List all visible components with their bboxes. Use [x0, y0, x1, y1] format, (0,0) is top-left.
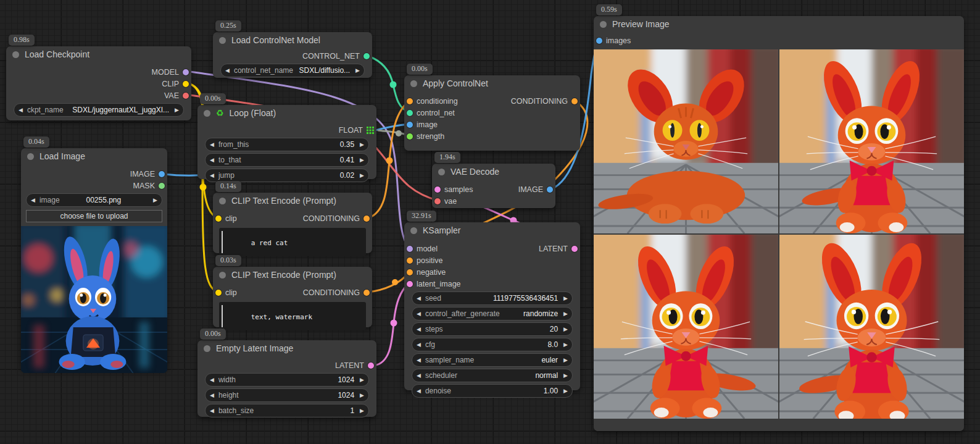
node-title-bar[interactable]: CLIP Text Encode (Prompt) [213, 193, 372, 209]
choose-file-button[interactable]: choose file to upload [26, 210, 162, 222]
right-arrow-icon[interactable]: ▶ [559, 357, 572, 363]
collapse-dot-icon[interactable] [12, 51, 19, 58]
right-arrow-icon[interactable]: ▶ [355, 392, 368, 398]
widget-image[interactable]: ◀ image 00255.png ▶ [26, 193, 162, 207]
widget-jump[interactable]: ◀ jump 0.02 ▶ [205, 169, 369, 182]
widget-ckpt-name[interactable]: ◀ ckpt_name SDXL/juggernautXL_juggXI... … [14, 103, 184, 117]
widget-steps[interactable]: ◀ steps 20 ▶ [412, 322, 573, 336]
node-title-bar[interactable]: Load Image [21, 148, 167, 164]
left-arrow-icon[interactable]: ◀ [206, 392, 218, 398]
widget-width[interactable]: ◀ width 1024 ▶ [205, 373, 369, 387]
output-slot-latent[interactable] [571, 246, 578, 252]
right-arrow-icon[interactable]: ▶ [559, 372, 572, 379]
input-slot-positive[interactable] [407, 258, 413, 264]
prompt-textarea[interactable]: a red cat [219, 228, 366, 256]
input-slot-strength[interactable] [407, 133, 413, 140]
left-arrow-icon[interactable]: ◀ [412, 357, 425, 363]
right-arrow-icon[interactable]: ▶ [559, 326, 572, 332]
output-slot-image[interactable] [547, 186, 553, 193]
reroute-dot-conditioning-neg[interactable] [392, 279, 398, 285]
widget-seed[interactable]: ◀ seed 1119775536436451 ▶ [412, 291, 573, 305]
right-arrow-icon[interactable]: ▶ [351, 67, 364, 73]
output-slot-clip[interactable] [183, 81, 189, 87]
widget-batch-size[interactable]: ◀ batch_size 1 ▶ [205, 404, 369, 417]
widget-from-this[interactable]: ◀ from_this 0.35 ▶ [205, 138, 369, 151]
prompt-textarea[interactable]: text, watermark [219, 302, 366, 330]
output-slot-conditioning[interactable] [363, 290, 370, 296]
left-arrow-icon[interactable]: ◀ [27, 197, 39, 203]
collapse-dot-icon[interactable] [600, 21, 607, 28]
widget-control-net-name[interactable]: ◀ control_net_name SDXL/diffusio... ▶ [220, 64, 365, 77]
node-ksampler[interactable]: 32.91s KSampler model LATENT positive ne… [404, 222, 580, 390]
node-clip-encode-positive[interactable]: 0.14s CLIP Text Encode (Prompt) clip CON… [213, 193, 372, 253]
left-arrow-icon[interactable]: ◀ [206, 377, 218, 383]
output-slot-model[interactable] [183, 69, 189, 75]
widget-denoise[interactable]: ◀ denoise 1.00 ▶ [412, 384, 573, 398]
node-title-bar[interactable]: KSampler [404, 222, 580, 238]
input-slot-conditioning[interactable] [407, 98, 413, 104]
output-slot-vae[interactable] [183, 93, 189, 99]
left-arrow-icon[interactable]: ◀ [412, 326, 425, 332]
output-slot-conditioning[interactable] [363, 216, 370, 222]
left-arrow-icon[interactable]: ◀ [412, 341, 425, 348]
reroute-dot-controlnet[interactable] [390, 82, 397, 88]
output-slot-image[interactable] [159, 171, 165, 177]
input-slot-images[interactable] [596, 38, 602, 44]
node-graph-canvas[interactable]: 0.98s Load Checkpoint MODEL CLIP VAE ◀ c… [0, 0, 980, 444]
collapse-dot-icon[interactable] [219, 198, 226, 204]
node-title-bar[interactable]: CLIP Text Encode (Prompt) [213, 267, 372, 283]
left-arrow-icon[interactable]: ◀ [221, 67, 234, 73]
widget-scheduler[interactable]: ◀ scheduler normal ▶ [412, 369, 573, 382]
output-slot-conditioning[interactable] [571, 98, 578, 104]
left-arrow-icon[interactable]: ◀ [412, 295, 425, 301]
node-loop-float[interactable]: 0.00s ♻ Loop (Float) FLOAT ◀ from_this 0… [197, 105, 376, 179]
collapse-dot-icon[interactable] [219, 272, 226, 279]
node-load-checkpoint[interactable]: 0.98s Load Checkpoint MODEL CLIP VAE ◀ c… [6, 46, 191, 120]
reroute-dot-latent-empty[interactable] [391, 320, 397, 327]
widget-cfg[interactable]: ◀ cfg 8.0 ▶ [412, 338, 573, 351]
input-slot-clip[interactable] [215, 216, 222, 222]
left-arrow-icon[interactable]: ◀ [206, 172, 218, 178]
input-slot-clip[interactable] [215, 290, 222, 296]
node-title-bar[interactable]: ♻ Loop (Float) [197, 105, 376, 121]
widget-height[interactable]: ◀ height 1024 ▶ [205, 388, 369, 402]
right-arrow-icon[interactable]: ▶ [355, 172, 368, 178]
right-arrow-icon[interactable]: ▶ [355, 408, 368, 414]
input-slot-negative[interactable] [407, 269, 413, 275]
collapse-dot-icon[interactable] [204, 345, 210, 352]
right-arrow-icon[interactable]: ▶ [355, 157, 368, 163]
node-vae-decode[interactable]: 1.94s VAE Decode samples IMAGE vae [432, 164, 555, 208]
collapse-dot-icon[interactable] [27, 153, 34, 160]
input-slot-image[interactable] [407, 122, 413, 128]
right-arrow-icon[interactable]: ▶ [170, 107, 183, 113]
reroute-dot-conditioning-pos[interactable] [386, 157, 393, 164]
widget-control-after-generate[interactable]: ◀ control_after_generate randomize ▶ [412, 307, 573, 320]
node-load-controlnet[interactable]: 0.25s Load ControlNet Model CONTROL_NET … [213, 32, 372, 78]
list-output-icon[interactable] [367, 127, 374, 134]
node-title-bar[interactable]: Load Checkpoint [6, 46, 191, 62]
input-slot-vae[interactable] [434, 198, 441, 204]
right-arrow-icon[interactable]: ▶ [559, 388, 572, 394]
node-preview-image[interactable]: 0.59s Preview Image images [594, 16, 964, 431]
node-title-bar[interactable]: Empty Latent Image [197, 340, 376, 356]
widget-sampler-name[interactable]: ◀ sampler_name euler ▶ [412, 353, 573, 367]
node-apply-controlnet[interactable]: 0.00s Apply ControlNet conditioning COND… [404, 75, 580, 151]
right-arrow-icon[interactable]: ▶ [559, 295, 572, 301]
input-slot-latent-image[interactable] [407, 281, 413, 287]
reroute-dot-clip[interactable] [200, 184, 207, 191]
left-arrow-icon[interactable]: ◀ [14, 107, 27, 113]
input-slot-samples[interactable] [434, 186, 441, 193]
left-arrow-icon[interactable]: ◀ [412, 372, 425, 379]
left-arrow-icon[interactable]: ◀ [206, 141, 218, 148]
left-arrow-icon[interactable]: ◀ [206, 408, 218, 414]
right-arrow-icon[interactable]: ▶ [355, 377, 368, 383]
node-title-bar[interactable]: Load ControlNet Model [213, 32, 372, 48]
input-slot-model[interactable] [407, 246, 413, 252]
node-title-bar[interactable]: VAE Decode [432, 164, 555, 180]
node-title-bar[interactable]: Preview Image [594, 16, 964, 32]
output-slot-latent[interactable] [368, 362, 374, 369]
node-clip-encode-negative[interactable]: 0.03s CLIP Text Encode (Prompt) clip CON… [213, 267, 372, 327]
left-arrow-icon[interactable]: ◀ [412, 311, 425, 317]
input-slot-control-net[interactable] [407, 110, 413, 116]
collapse-dot-icon[interactable] [219, 37, 226, 44]
